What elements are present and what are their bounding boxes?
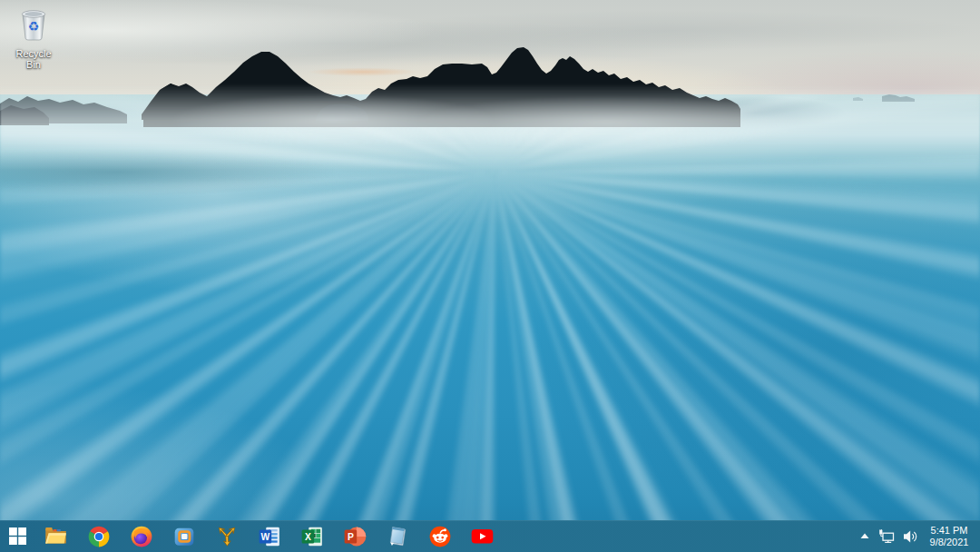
taskbar-word[interactable]: W [248, 520, 290, 552]
network-tray-button[interactable] [875, 520, 898, 552]
taskbar-excel[interactable]: X [290, 520, 333, 552]
taskbar: W X P [0, 520, 980, 552]
taskbar-arrows-app[interactable] [205, 520, 248, 552]
file-explorer-icon [44, 524, 68, 548]
start-button[interactable] [0, 520, 34, 552]
ethernet-network-icon [878, 529, 895, 544]
desktop-screen: ♻ Recycle Bin [0, 0, 980, 552]
show-hidden-icons-button[interactable] [855, 520, 875, 552]
recycle-symbol-glyph: ♻ [28, 19, 40, 34]
firefox-icon [130, 525, 153, 548]
excel-icon: X [300, 525, 324, 548]
gold-arrows-icon [215, 525, 239, 548]
svg-text:P: P [347, 531, 353, 541]
youtube-icon [470, 524, 495, 548]
windows-logo-icon [9, 527, 26, 545]
taskbar-chrome[interactable] [77, 520, 120, 552]
taskbar-notepad[interactable] [376, 520, 418, 552]
taskbar-youtube[interactable] [461, 520, 504, 552]
clock-time: 5:41 PM [931, 525, 968, 537]
vmware-workstation-icon [172, 525, 196, 548]
clock-date: 9/8/2021 [930, 537, 969, 548]
wallpaper-horizon-mist [0, 84, 980, 171]
taskbar-firefox[interactable] [120, 520, 162, 552]
recycle-bin-icon: ♻ [15, 5, 52, 44]
taskbar-file-explorer[interactable] [34, 520, 77, 552]
taskbar-clock[interactable]: 5:41 PM 9/8/2021 [922, 520, 980, 552]
speaker-volume-icon [903, 529, 918, 544]
svg-text:X: X [304, 531, 310, 541]
chrome-icon [87, 525, 111, 548]
svg-text:W: W [260, 531, 270, 541]
taskbar-reddit[interactable] [418, 520, 461, 552]
recycle-bin-desktop-icon[interactable]: ♻ Recycle Bin [7, 5, 60, 70]
system-tray: 5:41 PM 9/8/2021 [855, 520, 980, 552]
recycle-bin-label: Recycle Bin [7, 48, 60, 70]
reddit-icon [428, 525, 452, 548]
chevron-up-icon [860, 533, 869, 539]
taskbar-powerpoint[interactable]: P [333, 520, 376, 552]
wallpaper [0, 0, 980, 552]
powerpoint-icon: P [343, 525, 367, 548]
word-icon: W [258, 525, 281, 548]
volume-tray-button[interactable] [898, 520, 922, 552]
taskbar-vmware[interactable] [162, 520, 205, 552]
notepad-icon [386, 525, 409, 548]
